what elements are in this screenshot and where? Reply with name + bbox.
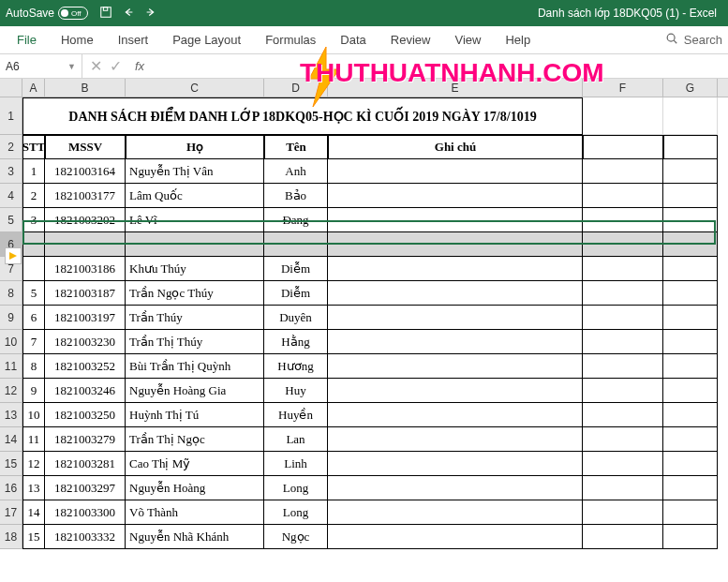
col-header[interactable]: D (264, 79, 328, 97)
cell-stt[interactable]: 12 (22, 452, 45, 476)
cell-ghichu[interactable] (328, 281, 583, 306)
undo-icon[interactable] (122, 6, 135, 22)
tab-page-layout[interactable]: Page Layout (161, 27, 252, 52)
cell-stt[interactable]: 10 (22, 403, 45, 427)
row-header[interactable]: 12 (0, 379, 22, 403)
col-header[interactable]: F (583, 79, 663, 97)
cell-stt[interactable]: 6 (22, 306, 45, 330)
hdr-ghichu[interactable]: Ghi chú (328, 135, 583, 159)
row-header[interactable]: 16 (0, 476, 22, 500)
cell-ghichu[interactable] (328, 208, 583, 232)
col-header[interactable]: A (22, 79, 45, 97)
cell-ho[interactable]: Lâm Quốc (126, 184, 264, 208)
cell-mssv[interactable]: 1821003202 (45, 208, 126, 232)
cell[interactable] (663, 135, 718, 159)
cell-mssv[interactable]: 1821003246 (45, 379, 126, 403)
cell-ho[interactable]: Trần Thị Ngọc (126, 427, 264, 452)
cell-ghichu[interactable] (328, 354, 583, 379)
cell-ten[interactable]: Hương (264, 354, 328, 379)
tab-insert[interactable]: Insert (107, 27, 160, 52)
cell-mssv[interactable]: 1821003197 (45, 306, 126, 330)
cell-stt[interactable]: 13 (22, 476, 45, 500)
cell[interactable] (45, 232, 126, 257)
row-header[interactable]: 4 (0, 184, 22, 208)
cell[interactable] (663, 379, 718, 403)
save-icon[interactable] (99, 6, 112, 22)
cell[interactable] (663, 257, 718, 281)
cell[interactable] (583, 330, 663, 354)
cell-stt[interactable] (22, 257, 45, 281)
cell-ho[interactable]: Nguyễn Hoàng Gia (126, 379, 264, 403)
cell-ghichu[interactable] (328, 427, 583, 452)
hdr-stt[interactable]: STT (22, 135, 45, 159)
cell-ho[interactable]: Nguyễn Thị Vân (126, 159, 264, 184)
insert-options-button[interactable] (5, 247, 22, 264)
cell[interactable] (663, 452, 718, 476)
cell[interactable] (264, 232, 328, 257)
cell-mssv[interactable]: 1821003250 (45, 403, 126, 427)
cell-ten[interactable]: Long (264, 476, 328, 500)
row-header[interactable]: 14 (0, 427, 22, 452)
cell-ten[interactable]: Đang (264, 208, 328, 232)
row-header[interactable]: 8 (0, 281, 22, 306)
col-header[interactable]: E (328, 79, 583, 97)
cell[interactable] (663, 427, 718, 452)
cell-ten[interactable]: Lan (264, 427, 328, 452)
sheet-title-cell[interactable]: DANH SÁCH ĐIỂM DANH LỚP 18DKQ05-HỌC KÌ C… (22, 97, 583, 135)
cell-mssv[interactable]: 1821003186 (45, 257, 126, 281)
cell[interactable] (663, 306, 718, 330)
cell[interactable] (583, 232, 663, 257)
cell[interactable] (663, 184, 718, 208)
row-header[interactable]: 17 (0, 500, 22, 525)
name-box[interactable]: A6 ▼ (0, 54, 82, 78)
cell[interactable] (663, 403, 718, 427)
cell[interactable] (663, 525, 718, 549)
row-header[interactable]: 13 (0, 403, 22, 427)
cell[interactable] (663, 208, 718, 232)
cell-stt[interactable]: 7 (22, 330, 45, 354)
cell-stt[interactable]: 8 (22, 354, 45, 379)
cell[interactable] (583, 281, 663, 306)
cell[interactable] (583, 208, 663, 232)
cell-ghichu[interactable] (328, 403, 583, 427)
cell-stt[interactable]: 9 (22, 379, 45, 403)
col-header[interactable]: G (663, 79, 718, 97)
col-header[interactable]: C (126, 79, 264, 97)
cell[interactable] (126, 232, 264, 257)
cell-ghichu[interactable] (328, 500, 583, 525)
cell[interactable] (583, 135, 663, 159)
tab-review[interactable]: Review (379, 27, 442, 52)
cell[interactable] (663, 500, 718, 525)
cell-stt[interactable]: 3 (22, 208, 45, 232)
cell-ten[interactable]: Huyền (264, 403, 328, 427)
cell-ghichu[interactable] (328, 476, 583, 500)
cell[interactable] (583, 476, 663, 500)
cell-ho[interactable]: Nguyễn Nhã Khánh (126, 525, 264, 549)
tab-view[interactable]: View (443, 27, 492, 52)
cell[interactable] (583, 403, 663, 427)
cell-stt[interactable]: 14 (22, 500, 45, 525)
cell[interactable] (583, 159, 663, 184)
cell[interactable] (22, 232, 45, 257)
cell-ho[interactable]: Trần Thị Thúy (126, 330, 264, 354)
cell-stt[interactable]: 15 (22, 525, 45, 549)
cell-ho[interactable]: Bùi Trần Thị Quỳnh (126, 354, 264, 379)
cell[interactable] (583, 427, 663, 452)
row-header[interactable]: 9 (0, 306, 22, 330)
cell-mssv[interactable]: 1821003177 (45, 184, 126, 208)
formula-input[interactable] (150, 54, 728, 78)
cell-ghichu[interactable] (328, 306, 583, 330)
cell-ho[interactable]: Nguyễn Hoàng (126, 476, 264, 500)
cell-ho[interactable]: Huỳnh Thị Tú (126, 403, 264, 427)
cell-ghichu[interactable] (328, 525, 583, 549)
cell[interactable] (583, 257, 663, 281)
chevron-down-icon[interactable]: ▼ (67, 62, 76, 71)
cell-stt[interactable]: 5 (22, 281, 45, 306)
cell-ghichu[interactable] (328, 257, 583, 281)
row-header[interactable]: 15 (0, 452, 22, 476)
col-header[interactable]: B (45, 79, 126, 97)
tab-file[interactable]: File (6, 27, 48, 52)
cell[interactable] (663, 159, 718, 184)
cell[interactable] (583, 184, 663, 208)
cell-ghichu[interactable] (328, 452, 583, 476)
